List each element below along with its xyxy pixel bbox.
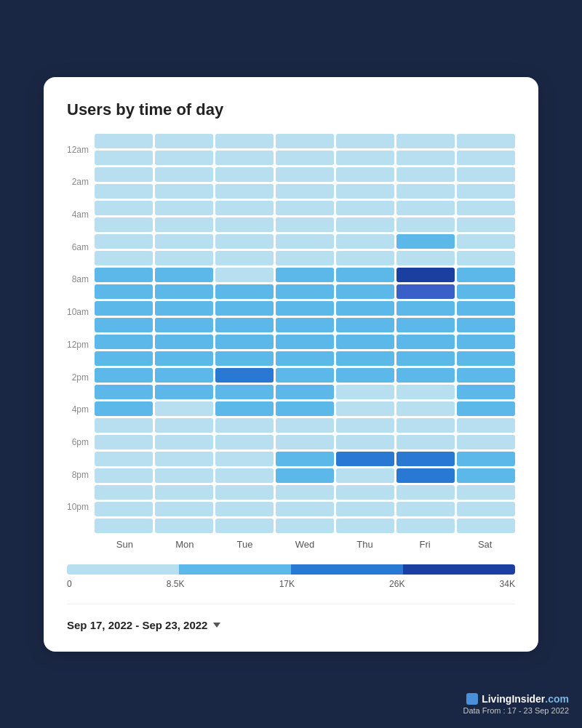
- heatmap-cell: [396, 485, 455, 500]
- legend-bar: [67, 564, 515, 575]
- heatmap-cell: [396, 335, 455, 349]
- heatmap-cell: [155, 201, 213, 215]
- heatmap-cell: [215, 284, 274, 299]
- y-axis-label: 12am: [67, 134, 89, 166]
- y-axis-label: 4am: [67, 199, 89, 231]
- legend-tick-label: 26K: [389, 579, 404, 589]
- heatmap-cell: [155, 268, 213, 282]
- heatmap-cell: [396, 519, 455, 533]
- legend-segment: [403, 564, 515, 575]
- heatmap-cell: [95, 251, 153, 265]
- heatmap-grid: [95, 134, 515, 533]
- heatmap-cell: [276, 468, 334, 483]
- heatmap-cell: [215, 401, 274, 416]
- heatmap-cell: [276, 301, 334, 316]
- heatmap-cell: [276, 485, 334, 500]
- heatmap-cell: [215, 335, 274, 349]
- heatmap-cell: [457, 318, 515, 332]
- heatmap-cell: [155, 217, 213, 232]
- heatmap-cell: [215, 234, 274, 249]
- heatmap-cell: [95, 318, 153, 332]
- heatmap-cell: [396, 502, 455, 516]
- heatmap-cell: [336, 151, 394, 165]
- heatmap-cell: [95, 418, 153, 433]
- heatmap-cell: [95, 452, 153, 466]
- heatmap-cell: [276, 418, 334, 433]
- heatmap-cell: [336, 201, 394, 215]
- heatmap-cell: [396, 268, 455, 282]
- heatmap-cell: [155, 385, 213, 399]
- heatmap-cell: [95, 184, 153, 199]
- chevron-down-icon: [213, 623, 220, 628]
- heatmap-cell: [95, 351, 153, 366]
- heatmap-cell: [215, 452, 274, 466]
- heatmap-cell: [95, 151, 153, 165]
- y-axis-label: 2pm: [67, 361, 89, 393]
- heatmap-cell: [457, 351, 515, 366]
- watermark-data-note: Data From : 17 - 23 Sep 2022: [463, 706, 569, 715]
- heatmap-cell: [396, 167, 455, 182]
- divider: [67, 604, 515, 604]
- heatmap-cell: [336, 468, 394, 483]
- heatmap-cell: [215, 318, 274, 332]
- heatmap-cell: [215, 519, 274, 533]
- legend-segment: [179, 564, 291, 575]
- heatmap-cell: [95, 284, 153, 299]
- heatmap-cell: [396, 251, 455, 265]
- heatmap-cell: [276, 268, 334, 282]
- heatmap-cell: [215, 167, 274, 182]
- heatmap-cell: [457, 217, 515, 232]
- heatmap-cell: [215, 468, 274, 483]
- x-axis-label: Wed: [275, 539, 335, 550]
- heatmap-cell: [215, 485, 274, 500]
- y-axis-label: 6am: [67, 231, 89, 263]
- chart-area: 12am2am4am6am8am10am12pm2pm4pm6pm8pm10pm…: [67, 134, 515, 550]
- x-axis-label: Sat: [455, 539, 515, 550]
- heatmap-cell: [336, 167, 394, 182]
- heatmap-cell: [276, 335, 334, 349]
- heatmap-cell: [155, 351, 213, 366]
- legend-tick-label: 8.5K: [167, 579, 185, 589]
- heatmap-cell: [215, 368, 274, 383]
- x-axis-label: Fri: [395, 539, 455, 550]
- heatmap-cell: [336, 351, 394, 366]
- heatmap-cell: [457, 368, 515, 383]
- heatmap-cell: [155, 435, 213, 449]
- heatmap-cell: [276, 167, 334, 182]
- heatmap-cell: [95, 301, 153, 316]
- date-range-row[interactable]: Sep 17, 2022 - Sep 23, 2022: [67, 619, 515, 631]
- heatmap-cell: [396, 435, 455, 449]
- heatmap-cell: [276, 184, 334, 199]
- heatmap-cell: [276, 502, 334, 516]
- heatmap-cell: [336, 268, 394, 282]
- heatmap-cell: [396, 184, 455, 199]
- heatmap-cell: [95, 167, 153, 182]
- heatmap-cell: [276, 251, 334, 265]
- y-axis-label: 4pm: [67, 393, 89, 425]
- heatmap-cell: [276, 217, 334, 232]
- heatmap-cell: [336, 318, 394, 332]
- heatmap-cell: [336, 502, 394, 516]
- heatmap-cell: [336, 418, 394, 433]
- heatmap-cell: [457, 284, 515, 299]
- heatmap-cell: [457, 184, 515, 199]
- heatmap-cell: [396, 385, 455, 399]
- heatmap-cell: [457, 268, 515, 282]
- heatmap-cell: [457, 418, 515, 433]
- heatmap-cell: [215, 201, 274, 215]
- heatmap-cell: [396, 234, 455, 249]
- chart-title: Users by time of day: [67, 100, 515, 119]
- heatmap-cell: [396, 134, 455, 148]
- heatmap-cell: [396, 468, 455, 483]
- heatmap-cell: [457, 452, 515, 466]
- heatmap-cell: [396, 351, 455, 366]
- heatmap-cell: [155, 468, 213, 483]
- heatmap-cell: [396, 301, 455, 316]
- heatmap-cell: [276, 201, 334, 215]
- heatmap-cell: [95, 468, 153, 483]
- legend: 08.5K17K26K34K: [67, 564, 515, 589]
- heatmap-cell: [155, 134, 213, 148]
- heatmap-cell: [396, 368, 455, 383]
- heatmap-cell: [95, 201, 153, 215]
- heatmap-cell: [396, 201, 455, 215]
